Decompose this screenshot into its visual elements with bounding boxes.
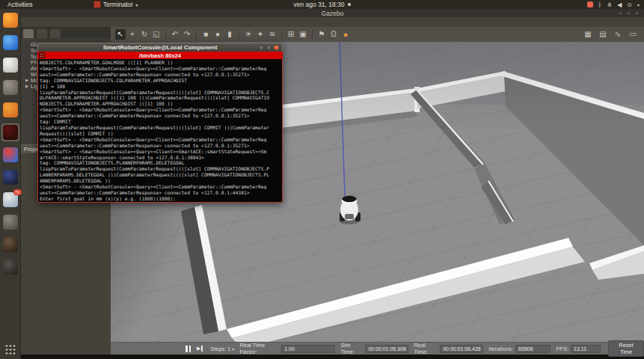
- clock-menu[interactable]: ven ago 31, 18:30: [293, 1, 350, 8]
- close-button[interactable]: [634, 10, 640, 16]
- app-icon: [3, 102, 18, 117]
- dock-item-camera[interactable]: [1, 56, 19, 74]
- app-icon: [3, 170, 18, 185]
- dock-item-firefox[interactable]: [1, 11, 19, 29]
- chevron-down-icon: ▾: [232, 346, 234, 352]
- app-icon: [3, 35, 18, 50]
- step-button[interactable]: ▶: [197, 346, 203, 352]
- directional-light-icon[interactable]: ≋: [267, 29, 277, 40]
- icon-glyph: Ω: [331, 29, 336, 40]
- dock-item-software[interactable]: [1, 101, 19, 119]
- focused-app-name: Terminator: [103, 1, 133, 8]
- terminal-titlebar[interactable]: SmartRobotConsole@Local Component: [37, 43, 283, 52]
- expand-arrow-icon: ▶: [25, 78, 31, 82]
- terminal-line: tag: COMMNAVIGATIONOBJECTS.PLANNERPARAMS…: [40, 160, 280, 166]
- app-icon: [3, 237, 18, 252]
- align-icon[interactable]: ⚑: [316, 29, 327, 40]
- terminal-line: uest><CommParameter::CommParameterRespon…: [40, 190, 280, 196]
- rtf-label: Real Time Factor:: [239, 342, 279, 355]
- minimize-button[interactable]: [618, 10, 623, 16]
- dock-item-mail[interactable]: 72: [1, 191, 19, 209]
- topic-visualization-icon[interactable]: ▭: [628, 29, 638, 40]
- toolbar-separator[interactable]: [239, 30, 239, 40]
- cylinder-shape-icon[interactable]: ▮: [224, 29, 235, 40]
- real-time-field: 00:00:01:06.428: [440, 345, 483, 353]
- minimize-button[interactable]: [259, 45, 264, 50]
- terminal-line: Enter first goal in mm (x)(y) e.g. (1000…: [40, 196, 280, 202]
- activities-button[interactable]: Activities: [7, 1, 33, 8]
- terminal-line: Request((([slot] COMMIT )): [40, 131, 280, 137]
- iterations-label: Iterations:: [488, 346, 513, 352]
- steps-label: Steps:: [210, 346, 226, 352]
- icon-glyph: ☀: [245, 29, 252, 40]
- box-shape-icon[interactable]: ■: [200, 29, 211, 40]
- terminal-tab-bar[interactable]: /bin/bash 80x24: [37, 52, 283, 59]
- undo-icon[interactable]: ↶: [170, 29, 180, 40]
- paste-icon[interactable]: ▣: [298, 29, 308, 40]
- dock-item-files[interactable]: [1, 79, 19, 96]
- select-tool-icon[interactable]: ↖: [115, 29, 126, 40]
- screenshot-icon[interactable]: ▦: [583, 29, 593, 40]
- chevron-down-icon: ▾: [135, 2, 138, 7]
- window-title: Gazebo: [322, 10, 344, 17]
- dock-item-browser-blue[interactable]: [1, 34, 19, 52]
- terminal-line: NOBJECTS.CDLPARAMETER.APPROACHDIST )([1]…: [40, 101, 280, 107]
- bluetooth-icon: ᛒ: [598, 1, 602, 8]
- dock-item-box[interactable]: [1, 236, 19, 254]
- dock-item-terminator[interactable]: [1, 123, 19, 141]
- close-button[interactable]: [274, 45, 279, 50]
- focused-app-menu[interactable]: Terminator ▾: [93, 0, 138, 9]
- spot-light-icon[interactable]: ✦: [255, 29, 266, 40]
- terminal-line: <SmartSoft> - <SmartRobotConsole><Query>…: [40, 184, 280, 190]
- notification-dot-icon: [348, 3, 351, 6]
- snap-icon[interactable]: Ω: [328, 29, 339, 40]
- copy-icon[interactable]: ⊞: [286, 29, 296, 40]
- dock-item-chrome[interactable]: [1, 146, 19, 164]
- notification-badge: 72: [13, 189, 22, 195]
- gazebo-titlebar[interactable]: Gazebo: [21, 9, 644, 17]
- toolbar-separator[interactable]: [312, 30, 313, 40]
- toolbar-separator[interactable]: [196, 30, 197, 40]
- toolbar-separator[interactable]: [281, 30, 282, 40]
- dock-item-terminal[interactable]: [1, 213, 19, 231]
- app-icon: [3, 147, 18, 162]
- point-light-icon[interactable]: ☀: [243, 29, 254, 40]
- app-icon: [3, 80, 18, 95]
- steps-dropdown[interactable]: Steps: 1 ▾: [210, 346, 234, 352]
- clock-label: ven ago 31, 18:30: [293, 1, 344, 8]
- pause-button[interactable]: [185, 345, 191, 352]
- maximize-button[interactable]: [626, 10, 631, 16]
- scale-tool-icon[interactable]: ◱: [151, 29, 162, 40]
- terminal-line: <SmartSoft> - <SmartRobotConsole><Query>…: [40, 149, 280, 155]
- rotate-tool-icon[interactable]: ↻: [139, 29, 150, 40]
- app-icon: [3, 13, 18, 28]
- terminal-line: artACE::smartStateResponse> connected to…: [40, 155, 280, 161]
- terminal-content[interactable]: NOBJECTS.CDLPARAMETER.GOALMODE )([1] PLA…: [37, 59, 283, 203]
- terminal-tab-title: /bin/bash 80x24: [139, 52, 181, 59]
- rtf-field[interactable]: 1.00: [281, 345, 335, 353]
- maximize-button[interactable]: [266, 45, 272, 50]
- reset-time-button[interactable]: Reset Time: [608, 340, 644, 357]
- translate-tool-icon[interactable]: +: [127, 29, 138, 40]
- system-tray[interactable]: ᛒ ⋔ ◀ ⊙ ▾: [587, 0, 640, 9]
- toolbar-separator[interactable]: [165, 30, 166, 40]
- show-applications-icon[interactable]: [4, 344, 16, 355]
- dock-item-ide[interactable]: [1, 168, 19, 186]
- tab-world[interactable]: [22, 28, 34, 38]
- sphere-shape-icon[interactable]: ●: [212, 29, 223, 40]
- log-record-icon[interactable]: ▤: [598, 29, 608, 40]
- terminal-line: lispParamToParameterRequest(CommParamete…: [40, 125, 280, 131]
- dock-item-monitor[interactable]: [1, 258, 19, 276]
- terminator-group-icon[interactable]: [39, 52, 45, 58]
- terminal-line: lispParamToParameterRequest(CommParamete…: [40, 90, 280, 96]
- icon-glyph: ↻: [141, 29, 147, 40]
- desktop: Activities Terminator ▾ ven ago 31, 18:3…: [0, 0, 644, 359]
- icon-glyph: ✦: [257, 29, 263, 40]
- redo-icon[interactable]: ↷: [182, 29, 192, 40]
- plot-icon[interactable]: ∿: [613, 29, 623, 40]
- icon-glyph: ▭: [629, 29, 636, 40]
- steps-value: 1: [227, 346, 230, 352]
- camera-angle-icon[interactable]: ●: [340, 29, 351, 40]
- tab-insert[interactable]: [36, 28, 48, 38]
- tab-layers[interactable]: [49, 28, 61, 38]
